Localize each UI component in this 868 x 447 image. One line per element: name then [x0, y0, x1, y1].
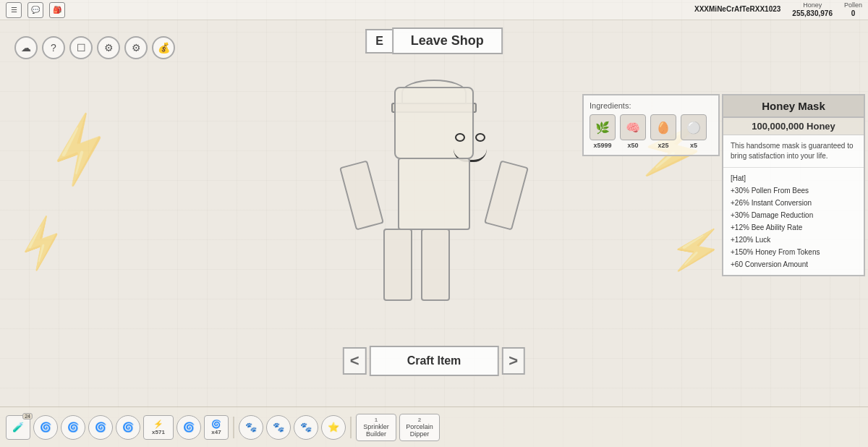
- ingredient-3-icon: 🥚: [650, 114, 676, 140]
- username: XXXMiNeCrAfTeRXX1023: [694, 5, 780, 14]
- toolbar-icon-box[interactable]: ☐: [69, 36, 93, 59]
- char-head: [394, 87, 474, 159]
- item-stats: [Hat] +30% Pollen From Bees +26% Instant…: [723, 168, 864, 275]
- stack-count: x571: [152, 429, 165, 435]
- toolbar-icon-cloud[interactable]: ☁: [14, 36, 38, 59]
- stat-honey-tokens: +150% Honey From Tokens: [731, 246, 856, 258]
- toolbar-icon-gear1[interactable]: ⚙: [97, 36, 120, 59]
- craft-area: < Craft Item >: [343, 346, 525, 376]
- hat-label: [Hat]: [731, 172, 856, 184]
- item-info-panel: Honey Mask 100,000,000 Honey This handso…: [722, 94, 865, 276]
- leave-shop-button[interactable]: Leave Shop: [392, 27, 503, 54]
- char-torso: [398, 158, 470, 230]
- stat-damage-red: +30% Damage Reduction: [731, 209, 856, 221]
- separator-2: [350, 417, 352, 438]
- bottom-potion[interactable]: 🧪 24: [6, 415, 30, 440]
- char-eye-left: [455, 133, 465, 142]
- ingredient-2: 🧠 x50: [620, 114, 646, 149]
- top-bar: ☰ 💬 🎒 XXXMiNeCrAfTeRXX1023 Honey 255,830…: [0, 0, 868, 20]
- char-eye-right: [475, 133, 485, 142]
- honey-stat: Honey 255,830,976: [792, 1, 833, 18]
- ingredient-4-icon: ⚪: [681, 114, 707, 140]
- item-title: Honey Mask: [723, 95, 864, 118]
- pollen-value: 0: [851, 9, 856, 18]
- bottom-bar: 🧪 24 🌀 🌀 🌀 🌀 ⚡ x571 🌀 🌀 x47 🐾 🐾 🐾 ⭐ 1 Sp…: [0, 406, 868, 447]
- toolbar-icon-question[interactable]: ?: [42, 36, 65, 59]
- char-arm-right: [484, 160, 529, 230]
- menu-icon[interactable]: ☰: [6, 2, 22, 18]
- item-description: This handsome mask is guaranteed to brin…: [723, 135, 864, 168]
- toolbar-icon-money[interactable]: 💰: [152, 36, 175, 59]
- bottom-item-count2[interactable]: 🌀 x47: [204, 415, 229, 440]
- ingredient-1-count: x5999: [593, 142, 611, 149]
- bottom-item-1[interactable]: 🌀: [33, 415, 58, 440]
- item-count2: x47: [211, 429, 221, 435]
- bottom-star[interactable]: ⭐: [321, 415, 346, 440]
- ingredients-items: 🌿 x5999 🧠 x50 🥚 x25 ⚪ x5: [590, 114, 712, 149]
- stat-pollen-bees: +30% Pollen From Bees: [731, 184, 856, 197]
- character-body: [326, 72, 542, 347]
- top-left-icons: ☰ 💬 🎒: [6, 2, 65, 18]
- stat-instant-conv: +26% Instant Conversion: [731, 197, 856, 209]
- bottom-bee-2[interactable]: 🐾: [266, 415, 291, 440]
- pollen-label: Pollen: [844, 1, 862, 9]
- bottom-stack-item[interactable]: ⚡ x571: [143, 415, 174, 440]
- ingredient-1: 🌿 x5999: [590, 114, 616, 149]
- leave-shop-container: E Leave Shop: [365, 27, 503, 54]
- honey-label: Honey: [803, 1, 822, 9]
- ingredient-2-count: x50: [627, 142, 638, 149]
- char-leg-right: [421, 229, 450, 301]
- honey-value: 255,830,976: [792, 9, 833, 18]
- char-leg-left: [383, 229, 412, 301]
- ingredients-title: Ingredients:: [590, 101, 712, 110]
- ingredient-4: ⚪ x5: [681, 114, 707, 149]
- bottom-bee-3[interactable]: 🐾: [294, 415, 318, 440]
- item-price: 100,000,000 Honey: [723, 118, 864, 135]
- tab-sprinkler-builder[interactable]: 1 Sprinkler Builder: [356, 414, 396, 441]
- ingredients-panel: Ingredients: 🌿 x5999 🧠 x50 🥚 x25 ⚪ x5: [582, 94, 720, 156]
- ingredient-1-icon: 🌿: [590, 114, 616, 140]
- chat-icon[interactable]: 💬: [27, 2, 43, 18]
- bottom-bee-1[interactable]: 🐾: [239, 415, 263, 440]
- ingredient-2-icon: 🧠: [620, 114, 646, 140]
- username-block: XXXMiNeCrAfTeRXX1023: [694, 5, 780, 14]
- bottom-item-4[interactable]: 🌀: [116, 415, 140, 440]
- backpack-icon[interactable]: 🎒: [49, 2, 65, 18]
- pollen-stat: Pollen 0: [844, 1, 862, 18]
- craft-prev-button[interactable]: <: [343, 347, 367, 375]
- stat-conv-amount: +60 Conversion Amount: [731, 258, 856, 271]
- separator-1: [233, 417, 234, 438]
- ingredient-4-count: x5: [690, 142, 697, 149]
- craft-next-button[interactable]: >: [501, 347, 525, 375]
- ingredient-3: 🥚 x25: [650, 114, 676, 149]
- bottom-item-5[interactable]: 🌀: [176, 415, 201, 440]
- top-right-stats: XXXMiNeCrAfTeRXX1023 Honey 255,830,976 P…: [694, 1, 862, 18]
- potion-count: 24: [22, 413, 33, 420]
- craft-item-button[interactable]: Craft Item: [370, 346, 499, 376]
- key-e: E: [365, 29, 392, 54]
- character-area: [326, 72, 542, 347]
- toolbar-icon-gear2[interactable]: ⚙: [124, 36, 148, 59]
- bottom-item-2[interactable]: 🌀: [61, 415, 85, 440]
- left-toolbar: ☁ ? ☐ ⚙ ⚙ 💰: [14, 36, 175, 59]
- ingredient-3-count: x25: [658, 142, 668, 149]
- stat-luck: +120% Luck: [731, 234, 856, 246]
- tab-porcelain-dipper[interactable]: 2 Porcelain Dipper: [399, 414, 440, 441]
- bottom-item-3[interactable]: 🌀: [88, 415, 113, 440]
- char-arm-left: [339, 160, 384, 230]
- stat-bee-ability: +12% Bee Ability Rate: [731, 221, 856, 234]
